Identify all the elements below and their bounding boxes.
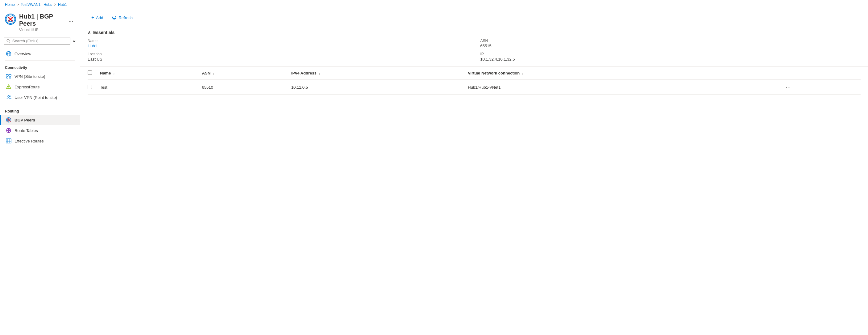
expressroute-icon xyxy=(6,84,11,90)
essentials-title: Essentials xyxy=(93,30,115,35)
ipv4-sort-icon: ↕ xyxy=(319,72,320,75)
hub-header: Hub1 | BGP Peers ... Virtual HUB xyxy=(0,9,80,37)
refresh-icon xyxy=(112,15,117,20)
sidebar-search-container: « xyxy=(0,37,80,49)
breadcrumb-home[interactable]: Home xyxy=(5,2,15,7)
breadcrumb-sep-2: > xyxy=(54,2,56,7)
svg-point-4 xyxy=(7,39,9,42)
sidebar-item-label-uservpn: User VPN (Point to site) xyxy=(14,95,57,100)
table-row: Test 65510 10.11.0.5 Hub1/Hub1-VNet1 ⋯ xyxy=(88,80,861,94)
routetables-icon xyxy=(6,128,11,133)
svg-point-18 xyxy=(8,87,9,88)
sidebar-item-routetables[interactable]: Route Tables xyxy=(0,125,80,136)
row-name: Test xyxy=(97,80,199,94)
add-icon: + xyxy=(91,15,94,20)
name-sort-icon: ↕ xyxy=(113,72,115,75)
breadcrumb-vwan[interactable]: TestVWAN1 | Hubs xyxy=(21,2,52,7)
essentials-name-value: Hub1 xyxy=(88,44,468,48)
effectiveroutes-icon xyxy=(6,138,11,144)
essentials-chevron[interactable]: ∧ xyxy=(88,30,91,35)
essentials-location: Location East US xyxy=(88,52,468,61)
hub-subtitle: Virtual HUB xyxy=(19,28,75,32)
sidebar: Hub1 | BGP Peers ... Virtual HUB « xyxy=(0,9,80,335)
row-checkbox-cell xyxy=(88,80,97,94)
sidebar-item-label-bgppeers: BGP Peers xyxy=(14,118,35,122)
connectivity-divider xyxy=(5,60,75,61)
sidebar-item-label-routetables: Route Tables xyxy=(14,128,38,133)
toolbar: + Add Refresh xyxy=(80,9,868,26)
routing-section-label: Routing xyxy=(0,105,80,115)
essentials-asn-label: ASN xyxy=(480,39,861,43)
asn-sort-icon: ↕ xyxy=(213,72,214,75)
svg-rect-11 xyxy=(6,77,8,78)
routing-divider xyxy=(5,104,75,104)
sidebar-item-vpn[interactable]: VPN (Site to site) xyxy=(0,71,80,82)
collapse-sidebar-button[interactable]: « xyxy=(72,38,76,45)
essentials-ip-value: 10.1.32.4,10.1.32.5 xyxy=(480,57,861,61)
hub-ellipsis-button[interactable]: ... xyxy=(67,17,75,24)
bgp-peers-table: Name ↕ ASN ↕ IPv4 Address ↕ Virtual Ne xyxy=(88,67,861,94)
breadcrumb: Home > TestVWAN1 | Hubs > Hub1 xyxy=(0,0,868,9)
svg-line-5 xyxy=(9,41,10,42)
svg-rect-9 xyxy=(6,75,8,76)
svg-rect-35 xyxy=(6,139,11,143)
table-col-name[interactable]: Name ↕ xyxy=(97,67,199,80)
bgp-icon xyxy=(6,117,11,123)
essentials-name-link[interactable]: Hub1 xyxy=(88,44,97,48)
sidebar-item-label-vpn: VPN (Site to site) xyxy=(14,74,45,79)
sidebar-item-label-overview: Overview xyxy=(14,52,31,56)
refresh-button[interactable]: Refresh xyxy=(108,13,136,22)
row-ipv4: 10.11.0.5 xyxy=(289,80,465,94)
uservpn-icon xyxy=(6,94,11,100)
essentials-section: ∧ Essentials Name Hub1 ASN 65515 Locatio… xyxy=(80,26,868,67)
table-col-asn[interactable]: ASN ↕ xyxy=(199,67,289,80)
hub-icon xyxy=(5,13,16,25)
essentials-name-label: Name xyxy=(88,39,468,43)
svg-point-34 xyxy=(8,130,9,131)
sidebar-item-expressroute[interactable]: ExpressRoute xyxy=(0,82,80,92)
table-col-vnet[interactable]: Virtual Network connection ↕ xyxy=(465,67,780,80)
select-all-checkbox[interactable] xyxy=(88,71,92,75)
essentials-location-value: East US xyxy=(88,57,468,61)
row-actions-cell: ⋯ xyxy=(780,80,861,94)
table-section: Name ↕ ASN ↕ IPv4 Address ↕ Virtual Ne xyxy=(80,67,868,94)
svg-rect-10 xyxy=(9,75,11,76)
vnet-sort-icon: ↕ xyxy=(522,72,524,75)
search-input[interactable] xyxy=(12,39,68,43)
sidebar-item-uservpn[interactable]: User VPN (Point to site) xyxy=(0,92,80,103)
table-col-ipv4[interactable]: IPv4 Address ↕ xyxy=(289,67,465,80)
add-label: Add xyxy=(96,16,103,20)
row-ellipsis-button[interactable]: ⋯ xyxy=(783,83,793,91)
row-vnet: Hub1/Hub1-VNet1 xyxy=(465,80,780,94)
essentials-name: Name Hub1 xyxy=(88,39,468,48)
essentials-ip-label: IP xyxy=(480,52,861,56)
sidebar-item-label-expressroute: ExpressRoute xyxy=(14,85,40,89)
svg-rect-12 xyxy=(9,77,11,78)
essentials-header: ∧ Essentials xyxy=(88,30,861,35)
table-col-actions xyxy=(780,67,861,80)
add-button[interactable]: + Add xyxy=(88,13,107,22)
connectivity-section-label: Connectivity xyxy=(0,62,80,71)
svg-point-19 xyxy=(8,95,9,97)
essentials-location-label: Location xyxy=(88,52,468,56)
hub-page-title: Hub1 | BGP Peers xyxy=(19,13,64,27)
essentials-asn: ASN 65515 xyxy=(480,39,861,48)
essentials-ip: IP 10.1.32.4,10.1.32.5 xyxy=(480,52,861,61)
sidebar-item-overview[interactable]: Overview xyxy=(0,49,80,59)
sidebar-item-effectiveroutes[interactable]: Effective Routes xyxy=(0,136,80,146)
globe-icon xyxy=(6,51,11,57)
table-header-checkbox xyxy=(88,67,97,80)
essentials-asn-value: 65515 xyxy=(480,44,861,48)
vpn-icon xyxy=(6,74,11,79)
hub-title-group: Hub1 | BGP Peers ... Virtual HUB xyxy=(19,13,75,32)
sidebar-item-bgppeers[interactable]: BGP Peers xyxy=(0,115,80,125)
table-header-row: Name ↕ ASN ↕ IPv4 Address ↕ Virtual Ne xyxy=(88,67,861,80)
row-asn: 65510 xyxy=(199,80,289,94)
search-box[interactable] xyxy=(4,37,70,45)
refresh-label: Refresh xyxy=(119,16,133,20)
content-area: + Add Refresh ∧ Essentials Name xyxy=(80,9,868,335)
row-checkbox[interactable] xyxy=(88,85,92,89)
breadcrumb-hub[interactable]: Hub1 xyxy=(58,2,67,7)
hub-title-row: Hub1 | BGP Peers ... xyxy=(19,13,75,27)
sidebar-item-label-effectiveroutes: Effective Routes xyxy=(14,139,43,143)
